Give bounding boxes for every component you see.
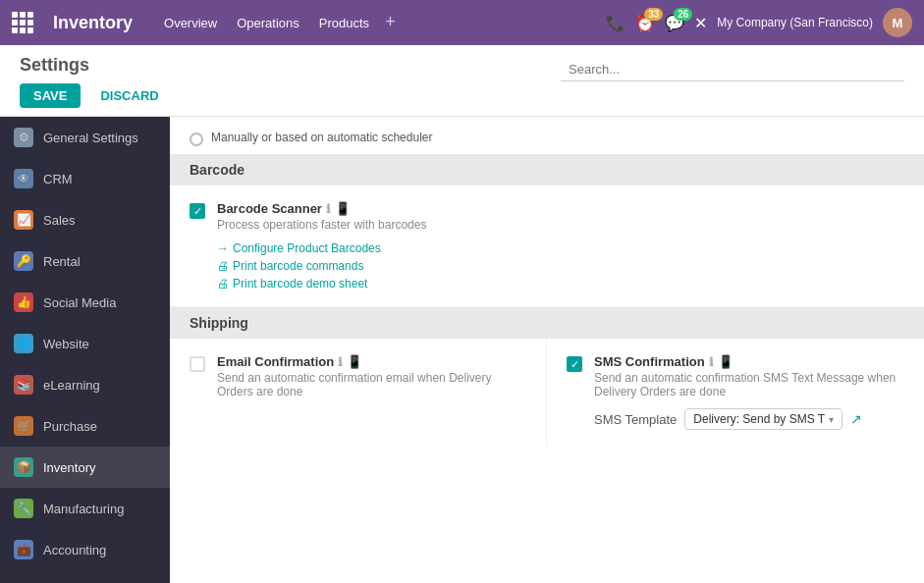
barcode-scanner-checkbox[interactable]: ✓ (190, 203, 205, 219)
sms-mobile-icon: 📱 (718, 354, 734, 369)
shipping-section-header: Shipping (170, 307, 924, 339)
avatar[interactable]: M (883, 8, 912, 37)
sidebar-item-elearning[interactable]: 📚 eLearning (0, 364, 170, 405)
barcode-mobile-icon: 📱 (335, 201, 351, 216)
page-title: Settings (20, 55, 89, 76)
sms-info-icon: ℹ (709, 355, 714, 369)
sidebar-item-sales[interactable]: 📈 Sales (0, 199, 170, 240)
manufacturing-icon: 🔧 (14, 499, 33, 518)
email-confirmation-checkbox[interactable] (190, 356, 205, 372)
purchase-icon: 🛒 (14, 416, 33, 436)
external-link-icon[interactable]: ↗ (850, 411, 862, 427)
sidebar-item-website[interactable]: 🌐 Website (0, 323, 170, 364)
navbar-right: 📞 ⏰ 33 💬 26 ✕ My Company (San Francisco)… (606, 8, 912, 37)
shipping-section-title: Shipping (190, 315, 248, 331)
sidebar-item-social[interactable]: 👍 Social Media (0, 282, 170, 323)
inventory-icon: 📦 (14, 457, 33, 477)
nav-operations[interactable]: Operations (229, 12, 307, 34)
top-section: Manually or based on automatic scheduler (170, 117, 924, 154)
sidebar-label-manufacturing: Manufacturing (43, 502, 124, 516)
sidebar-label-rental: Rental (43, 254, 81, 269)
sidebar-label-inventory: Inventory (43, 460, 95, 475)
sidebar-label-social: Social Media (43, 295, 116, 310)
barcode-section-header: Barcode (170, 154, 924, 186)
configure-barcodes-link[interactable]: → Configure Product Barcodes (217, 241, 426, 255)
barcode-scanner-desc: Process operations faster with barcodes (217, 218, 426, 232)
sidebar-label-website: Website (43, 337, 89, 351)
sidebar-item-inventory[interactable]: 📦 Inventory (0, 447, 170, 488)
sms-confirmation-checkbox[interactable]: ✓ (567, 356, 582, 372)
print-icon-2: 🖨 (217, 277, 229, 291)
sidebar-item-manufacturing[interactable]: 🔧 Manufacturing (0, 488, 170, 529)
save-button[interactable]: SAVE (20, 83, 81, 108)
clock-icon[interactable]: ⏰ 33 (635, 14, 655, 32)
settings-toolbar: SAVE DISCARD (20, 83, 904, 116)
sms-confirmation-desc: Send an automatic confirmation SMS Text … (594, 371, 904, 398)
email-confirmation-desc: Send an automatic confirmation email whe… (217, 371, 526, 398)
close-icon[interactable]: ✕ (694, 14, 707, 32)
content-area: ⚙ General Settings 👁 CRM 📈 Sales 🔑 Renta… (0, 117, 924, 583)
email-confirmation-content: Email Confirmation ℹ 📱 Send an automatic… (217, 354, 526, 398)
sidebar-item-accounting[interactable]: 💼 Accounting (0, 529, 170, 570)
barcode-section-title: Barcode (190, 162, 245, 178)
clock-badge: 33 (644, 8, 663, 21)
accounting-icon: 💼 (14, 540, 33, 559)
settings-header: Settings SAVE DISCARD (0, 45, 924, 117)
shipping-grid: Email Confirmation ℹ 📱 Send an automatic… (170, 339, 924, 446)
print-barcode-demo-link[interactable]: 🖨 Print barcode demo sheet (217, 277, 426, 291)
sms-template-row: SMS Template Delivery: Send by SMS T ▾ ↗ (594, 408, 904, 430)
radio-scheduler-label: Manually or based on automatic scheduler (211, 131, 432, 144)
nav-add[interactable]: + (381, 12, 400, 34)
social-icon: 👍 (14, 292, 33, 312)
app-title: Inventory (53, 13, 133, 33)
main-content: Manually or based on automatic scheduler… (170, 117, 924, 583)
phone-icon[interactable]: 📞 (606, 14, 625, 32)
sales-icon: 📈 (14, 210, 33, 230)
discard-button[interactable]: DISCARD (90, 83, 168, 108)
grid-icon[interactable] (12, 12, 33, 33)
sidebar-label-elearning: eLearning (43, 378, 100, 393)
sidebar-item-crm[interactable]: 👁 CRM (0, 158, 170, 199)
search-bar (561, 58, 904, 81)
nav-overview[interactable]: Overview (156, 12, 225, 34)
chevron-down-icon: ▾ (829, 414, 834, 425)
navbar: Inventory Overview Operations Products +… (0, 0, 924, 45)
nav-links: Overview Operations Products + (156, 12, 590, 34)
arrow-icon: → (217, 241, 229, 255)
sms-confirmation-col: ✓ SMS Confirmation ℹ 📱 Send an automatic… (547, 339, 924, 446)
barcode-scanner-content: Barcode Scanner ℹ 📱 Process operations f… (217, 201, 426, 291)
barcode-scanner-label: Barcode Scanner ℹ 📱 (217, 201, 426, 216)
elearning-icon: 📚 (14, 375, 33, 395)
chat-icon[interactable]: 💬 26 (665, 14, 684, 32)
email-confirmation-label: Email Confirmation ℹ 📱 (217, 354, 526, 369)
radio-scheduler[interactable] (190, 132, 203, 146)
sidebar-label-accounting: Accounting (43, 543, 106, 557)
sms-confirmation-content: SMS Confirmation ℹ 📱 Send an automatic c… (594, 354, 904, 430)
sms-template-label: SMS Template (594, 412, 677, 427)
sidebar-item-purchase[interactable]: 🛒 Purchase (0, 405, 170, 447)
sidebar-label-crm: CRM (43, 172, 73, 186)
email-confirmation-row: Email Confirmation ℹ 📱 Send an automatic… (190, 354, 526, 398)
gear-icon: ⚙ (14, 128, 33, 147)
chat-badge: 26 (674, 8, 692, 21)
barcode-scanner-setting: ✓ Barcode Scanner ℹ 📱 Process operations… (170, 186, 924, 307)
sidebar-label-general: General Settings (43, 131, 138, 145)
print-barcode-commands-link[interactable]: 🖨 Print barcode commands (217, 259, 426, 273)
email-confirmation-col: Email Confirmation ℹ 📱 Send an automatic… (170, 339, 547, 446)
sidebar-label-sales: Sales (43, 213, 76, 228)
website-icon: 🌐 (14, 334, 33, 353)
sms-template-select[interactable]: Delivery: Send by SMS T ▾ (684, 408, 842, 430)
email-info-icon: ℹ (338, 355, 343, 369)
barcode-info-icon: ℹ (326, 202, 331, 216)
sidebar-item-general[interactable]: ⚙ General Settings (0, 117, 170, 158)
radio-row-scheduler: Manually or based on automatic scheduler (190, 127, 904, 150)
sms-confirmation-label: SMS Confirmation ℹ 📱 (594, 354, 904, 369)
rental-icon: 🔑 (14, 251, 33, 271)
barcode-links: → Configure Product Barcodes 🖨 Print bar… (217, 241, 426, 291)
sidebar-item-rental[interactable]: 🔑 Rental (0, 240, 170, 282)
nav-products[interactable]: Products (311, 12, 377, 34)
email-mobile-icon: 📱 (347, 354, 362, 369)
search-input[interactable] (561, 58, 904, 81)
sms-confirmation-row: ✓ SMS Confirmation ℹ 📱 Send an automatic… (567, 354, 904, 430)
print-icon-1: 🖨 (217, 259, 229, 273)
